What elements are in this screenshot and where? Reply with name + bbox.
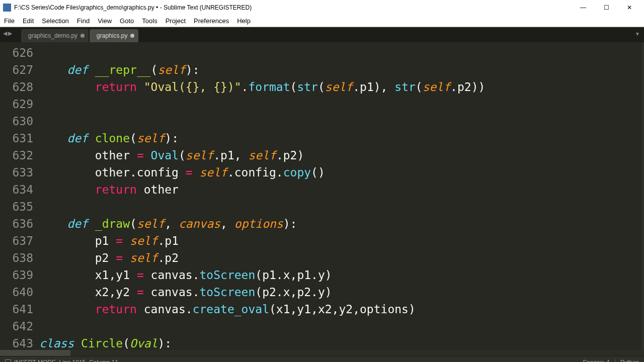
window-title: F:\CS Series\Code Files\graphics_demo\gr… bbox=[14, 4, 572, 11]
code-line[interactable] bbox=[39, 96, 642, 113]
code-line[interactable]: return other bbox=[39, 181, 642, 198]
line-number: 636 bbox=[0, 215, 33, 232]
menu-selection[interactable]: Selection bbox=[42, 17, 68, 25]
code-line[interactable]: other.config = self.config.copy() bbox=[39, 164, 642, 181]
app-icon bbox=[3, 4, 11, 12]
dirty-indicator-icon bbox=[130, 34, 134, 38]
tab-nav-left-icon[interactable]: ◀ bbox=[3, 30, 7, 37]
code-line[interactable]: p1 = self.p1 bbox=[39, 232, 642, 249]
editor-area[interactable]: 6266276286296306316326336346356366376386… bbox=[0, 42, 644, 350]
code-line[interactable] bbox=[39, 318, 642, 335]
line-number: 637 bbox=[0, 232, 33, 249]
tab-strip: ◀ ▶ graphics_demo.pygraphics.py ▼ bbox=[0, 27, 644, 42]
code-line[interactable]: p2 = self.p2 bbox=[39, 249, 642, 266]
maximize-button[interactable]: ☐ bbox=[595, 0, 618, 15]
line-number: 634 bbox=[0, 181, 33, 198]
menu-goto[interactable]: Goto bbox=[120, 17, 134, 25]
tab-nav-right-icon[interactable]: ▶ bbox=[8, 30, 12, 37]
code-line[interactable]: x1,y1 = canvas.toScreen(p1.x,p1.y) bbox=[39, 266, 642, 284]
menu-project[interactable]: Project bbox=[166, 17, 186, 25]
line-number: 638 bbox=[0, 249, 33, 266]
line-number: 635 bbox=[0, 198, 33, 215]
status-mode: INSERT MODE, Line 1015, Column 11 bbox=[14, 359, 118, 363]
tab-label: graphics.py bbox=[97, 32, 127, 39]
tab-label: graphics_demo.py bbox=[28, 32, 77, 39]
line-number: 628 bbox=[0, 78, 33, 96]
line-gutter: 6266276286296306316326336346356366376386… bbox=[0, 42, 39, 350]
horizontal-scrollbar[interactable] bbox=[0, 350, 644, 356]
code-line[interactable]: return "Oval({}, {})".format(str(self.p1… bbox=[39, 78, 642, 96]
status-syntax[interactable]: Python bbox=[620, 359, 639, 363]
line-number: 639 bbox=[0, 266, 33, 284]
status-panel-icon[interactable] bbox=[5, 359, 11, 363]
code-content[interactable]: def __repr__(self): return "Oval({}, {})… bbox=[39, 42, 642, 350]
line-number: 640 bbox=[0, 284, 33, 301]
code-line[interactable]: def _draw(self, canvas, options): bbox=[39, 215, 642, 232]
menu-find[interactable]: Find bbox=[77, 17, 90, 25]
line-number: 629 bbox=[0, 96, 33, 113]
line-number: 633 bbox=[0, 164, 33, 181]
menu-help[interactable]: Help bbox=[237, 17, 251, 25]
line-number: 641 bbox=[0, 301, 33, 318]
dirty-indicator-icon bbox=[80, 34, 85, 38]
menu-tools[interactable]: Tools bbox=[142, 17, 157, 25]
close-button[interactable]: ✕ bbox=[618, 0, 641, 15]
code-line[interactable]: def __repr__(self): bbox=[39, 61, 642, 78]
tab-graphics_demo-py[interactable]: graphics_demo.py bbox=[21, 29, 89, 42]
line-number: 632 bbox=[0, 147, 33, 164]
tab-overflow-icon[interactable]: ▼ bbox=[635, 31, 640, 37]
line-number: 630 bbox=[0, 113, 33, 130]
code-line[interactable] bbox=[39, 113, 642, 130]
menu-preferences[interactable]: Preferences bbox=[194, 17, 229, 25]
tab-graphics-py[interactable]: graphics.py bbox=[90, 29, 138, 42]
menu-bar: File Edit Selection Find View Goto Tools… bbox=[0, 15, 644, 27]
menu-edit[interactable]: Edit bbox=[23, 17, 34, 25]
line-number: 643 bbox=[0, 335, 33, 352]
code-line[interactable] bbox=[39, 198, 642, 215]
menu-view[interactable]: View bbox=[98, 17, 112, 25]
status-separator bbox=[615, 359, 615, 363]
menu-file[interactable]: File bbox=[4, 17, 15, 25]
tab-nav-arrows[interactable]: ◀ ▶ bbox=[3, 30, 12, 37]
code-line[interactable]: other = Oval(self.p1, self.p2) bbox=[39, 147, 642, 164]
line-number: 631 bbox=[0, 130, 33, 147]
code-line[interactable]: return canvas.create_oval(x1,y1,x2,y2,op… bbox=[39, 301, 642, 318]
status-spaces[interactable]: Spaces: 4 bbox=[583, 359, 609, 363]
code-line[interactable]: class Circle(Oval): bbox=[39, 335, 642, 350]
window-titlebar: F:\CS Series\Code Files\graphics_demo\gr… bbox=[0, 0, 644, 15]
line-number: 627 bbox=[0, 61, 33, 78]
minimize-button[interactable]: — bbox=[572, 0, 595, 15]
line-number: 642 bbox=[0, 318, 33, 335]
code-line[interactable]: x2,y2 = canvas.toScreen(p2.x,p2.y) bbox=[39, 284, 642, 301]
code-line[interactable] bbox=[39, 44, 642, 61]
status-bar: INSERT MODE, Line 1015, Column 11 Spaces… bbox=[0, 356, 644, 362]
minimap[interactable] bbox=[642, 42, 644, 350]
line-number: 626 bbox=[0, 44, 33, 61]
code-line[interactable]: def clone(self): bbox=[39, 130, 642, 147]
